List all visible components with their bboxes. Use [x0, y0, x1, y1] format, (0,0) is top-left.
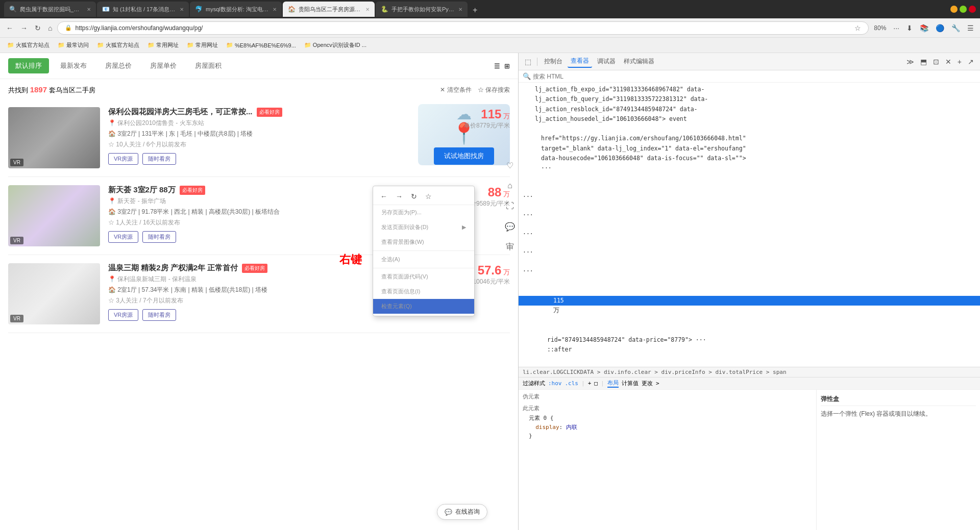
- context-menu-item[interactable]: 另存页面为(P)...: [373, 205, 474, 220]
- html-tree-line[interactable]: ···: [519, 201, 980, 220]
- html-tree-line[interactable]: [519, 325, 980, 335]
- devtools-search-input[interactable]: [533, 73, 976, 80]
- add-filter-icon[interactable]: +: [588, 380, 592, 387]
- bookmark-item[interactable]: 📁常用网址: [144, 40, 182, 50]
- vr-badge[interactable]: VR: [10, 237, 23, 244]
- listing-action-btn[interactable]: VR房源: [108, 309, 138, 321]
- browser-tab-tab4[interactable]: 🏠贵阳乌当区二手房房源_贵阳乌...✕: [283, 2, 375, 17]
- favorite-icon[interactable]: ♡: [502, 155, 518, 175]
- html-tree-line[interactable]: ::after: [519, 345, 980, 355]
- pointer-icon[interactable]: ↗: [966, 57, 976, 67]
- html-tree-line[interactable]: lj_action_resblock_id="8749134485948724"…: [519, 105, 980, 114]
- browser-tab-tab2[interactable]: 📧知 (1封私信 / 17条消息) 数据挖...✕: [97, 2, 189, 17]
- save-search[interactable]: ☆ 保存搜索: [478, 86, 510, 94]
- browser-tab-tab5[interactable]: 🐍手把手教你如何安装Pycharm(..)✕: [376, 2, 468, 17]
- inspector-tab[interactable]: 查看器: [568, 55, 592, 68]
- sort-item-房屋单价[interactable]: 房屋单价: [143, 58, 184, 73]
- menu-button[interactable]: ☰: [965, 22, 976, 34]
- ctx-bookmark-button[interactable]: ☆: [423, 191, 434, 201]
- ctx-reload-button[interactable]: ↻: [409, 191, 419, 201]
- layout-tab-active[interactable]: 布局: [607, 379, 619, 388]
- style-editor-tab[interactable]: 样式编辑器: [621, 56, 657, 67]
- vr-badge[interactable]: VR: [10, 315, 23, 322]
- context-menu-item[interactable]: 查看背景图像(W): [373, 235, 474, 249]
- clear-conditions[interactable]: ✕ 清空条件: [440, 86, 471, 94]
- listing-title[interactable]: 保利公园花园洋房大三房毛坯，可正常按...: [108, 107, 253, 117]
- listing-action-btn[interactable]: VR房源: [108, 153, 138, 165]
- listing-action-btn[interactable]: 随时看房: [142, 231, 176, 243]
- sort-item-房屋总价[interactable]: 房屋总价: [98, 58, 139, 73]
- browser-tab-tab3[interactable]: 🐬mysql数据分析: 淘宝电商用...✕: [190, 2, 282, 17]
- bookmark-item[interactable]: 📁火狐官方站点: [4, 40, 53, 50]
- library-button[interactable]: 📚: [918, 22, 930, 34]
- download-button[interactable]: ⬇: [904, 22, 915, 34]
- html-tree-line[interactable]: ···: [519, 183, 980, 202]
- context-menu-item[interactable]: 发送页面到设备(D)▶: [373, 220, 474, 235]
- ctx-back-button[interactable]: ←: [378, 191, 389, 201]
- class-filter[interactable]: .cls: [565, 380, 579, 387]
- bookmark-item[interactable]: 📁%E8%AF%BE%E6%9...: [223, 41, 299, 49]
- tab-close-icon[interactable]: ✕: [87, 7, 91, 12]
- tab-close-icon[interactable]: ✕: [458, 7, 462, 12]
- html-tree-line[interactable]: ···: [519, 239, 980, 258]
- listing-title[interactable]: 新天荟 3室2厅 88万: [108, 185, 176, 195]
- forward-button[interactable]: →: [18, 22, 30, 34]
- html-tree-line[interactable]: [519, 173, 980, 183]
- dock-icon[interactable]: ⬒: [918, 57, 929, 67]
- url-bar[interactable]: 🔒 https://gy.lianjia.com/ershoufang/wuda…: [57, 21, 869, 35]
- comments-icon[interactable]: 💬: [502, 216, 518, 237]
- context-menu-item[interactable]: 查看页面源代码(V): [373, 269, 474, 284]
- pick-element-icon[interactable]: ⊡: [931, 57, 941, 67]
- tab-close-icon[interactable]: ✕: [273, 7, 277, 12]
- listing-action-btn[interactable]: VR房源: [108, 231, 138, 243]
- sort-item-默认排序[interactable]: 默认排序: [8, 58, 49, 73]
- home-button[interactable]: ⌂: [46, 22, 54, 34]
- html-tree-line[interactable]: 115: [519, 296, 980, 306]
- tab-close-icon[interactable]: ✕: [180, 7, 184, 12]
- html-tree-line[interactable]: [519, 124, 980, 134]
- zoom-level[interactable]: 80%: [872, 22, 888, 34]
- html-tree-line[interactable]: href="https://gy.lianjia.com/ershoufang/…: [519, 134, 980, 143]
- sort-item-房屋面积[interactable]: 房屋面积: [188, 58, 229, 73]
- bookmark-item[interactable]: 📁Opencv识别设备ID ...: [301, 40, 370, 50]
- audit-icon[interactable]: 审: [502, 237, 518, 257]
- bookmark-item[interactable]: 📁火狐官方站点: [94, 40, 142, 50]
- html-tree-line[interactable]: [519, 315, 980, 325]
- sort-item-最新发布[interactable]: 最新发布: [53, 58, 94, 73]
- close-devtools-icon[interactable]: ✕: [943, 57, 953, 67]
- html-tree-line[interactable]: ···: [519, 220, 980, 239]
- listing-action-btn[interactable]: 随时看房: [142, 153, 176, 165]
- inspect-icon[interactable]: ⬚: [523, 57, 533, 67]
- list-view-icon[interactable]: ☰: [494, 62, 500, 70]
- grid-view-icon[interactable]: ⊞: [504, 62, 510, 70]
- console-tab[interactable]: 控制台: [541, 56, 566, 67]
- home-sidebar-icon[interactable]: ⌂: [502, 175, 518, 196]
- extensions-button[interactable]: 🔧: [949, 22, 962, 34]
- html-tree-line[interactable]: ···: [519, 163, 980, 173]
- tab-close-icon[interactable]: ✕: [365, 7, 370, 12]
- chat-bubble[interactable]: 💬 在线咨询: [437, 504, 487, 520]
- maximize-button[interactable]: [960, 6, 967, 13]
- back-button[interactable]: ←: [4, 22, 15, 34]
- context-menu-item[interactable]: 查看页面信息(I): [373, 284, 474, 299]
- changes-tab[interactable]: 更改 >: [642, 380, 659, 387]
- copy-styles-icon[interactable]: □: [594, 380, 598, 387]
- html-tree-line[interactable]: lj_action_fb_expo_id="311981333646896748…: [519, 85, 980, 94]
- pseudo-filter[interactable]: :hov: [548, 380, 562, 387]
- html-tree-line[interactable]: lj_action_fb_query_id="31198133357223813…: [519, 94, 980, 104]
- html-tree-line[interactable]: [519, 286, 980, 295]
- reload-button[interactable]: ↻: [33, 22, 43, 34]
- new-tab-button[interactable]: +: [469, 4, 481, 17]
- close-button[interactable]: [969, 6, 976, 13]
- html-tree-line[interactable]: data-housecode="106103666048" data-is-fo…: [519, 154, 980, 163]
- context-menu-item[interactable]: 全选(A): [373, 252, 474, 267]
- bookmark-star[interactable]: ☆: [854, 24, 861, 32]
- minimize-button[interactable]: [950, 6, 958, 13]
- computed-tab[interactable]: 计算值: [622, 380, 639, 387]
- html-tree-line[interactable]: [519, 355, 980, 364]
- ctx-forward-button[interactable]: →: [394, 191, 405, 201]
- sync-button[interactable]: 🔵: [934, 22, 946, 34]
- devtools-more-icon[interactable]: ≫: [904, 57, 916, 67]
- html-tree-line[interactable]: ···: [519, 258, 980, 276]
- context-menu-item[interactable]: 检查元素(Q): [373, 299, 474, 314]
